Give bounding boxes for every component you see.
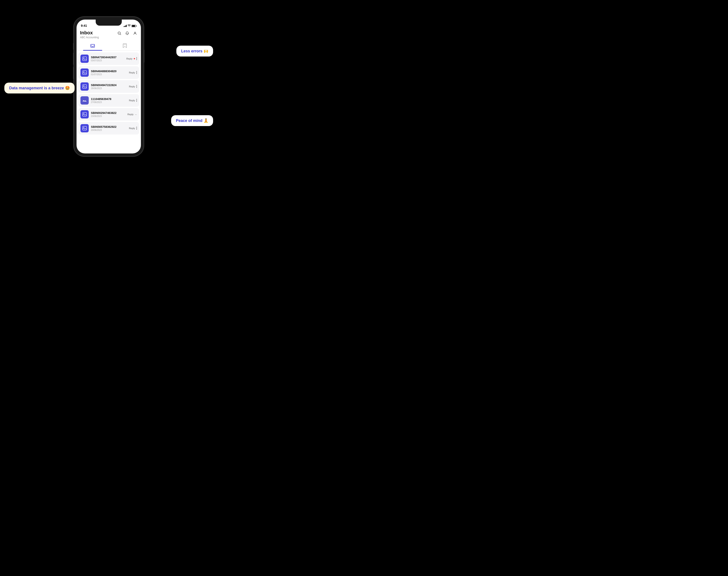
scene: 9:41 [0,0,218,173]
bookmarks-tab-icon [123,43,127,49]
image-icon [82,57,87,61]
phone-screen: 9:41 [77,20,141,153]
svg-rect-7 [83,70,87,75]
image-icon [82,126,87,131]
wifi-icon [128,25,131,27]
svg-point-12 [84,113,84,114]
notch [96,20,122,26]
reply-button[interactable]: Reply [126,57,133,60]
less-errors-text: Less errors 🙌 [181,49,208,53]
item-info: SBIN473934442937 03/07/2023 [91,56,124,62]
item-actions: Reply [129,99,137,102]
item-date: 23/06/2023 [91,115,125,117]
item-actions: Reply [129,127,137,129]
page-title: Inbox [80,30,99,36]
power-button [143,50,144,63]
svg-point-10 [84,85,84,86]
reply-button[interactable]: Reply [128,113,134,116]
profile-button[interactable] [133,31,137,36]
dash-indicator: – [135,113,137,116]
unread-indicator [134,58,135,59]
item-actions: Reply [129,71,137,74]
item-date: 27/06/2023 [91,101,127,104]
reply-button[interactable]: Reply [129,99,135,102]
item-avatar [80,55,89,63]
item-info: SBIN484888304820 01/07/2023 [91,69,127,76]
tab-bar [77,41,141,51]
status-icons [123,25,137,27]
item-date: 28/06/2023 [91,87,127,90]
reply-button[interactable]: Reply [129,71,135,74]
volume-up-button [73,53,74,65]
svg-rect-13 [83,126,87,130]
item-info: SBIN004947222824 28/06/2023 [91,83,127,90]
volume-down-button [73,67,74,79]
item-id: SBIN484888304820 [91,69,127,73]
svg-rect-5 [83,57,87,61]
search-button[interactable] [117,31,122,36]
header-icons [117,31,137,36]
item-info: SBIN565758362922 20/06/2023 [91,125,127,131]
battery-icon [132,25,137,27]
item-avatar [80,96,89,105]
item-date: 03/07/2023 [91,59,124,62]
svg-line-1 [120,34,121,35]
svg-rect-9 [83,85,87,88]
list-item[interactable]: 1110485639478 27/06/2023 Reply [78,94,139,107]
item-id: SBIN002947463822 [91,111,125,115]
item-actions: Reply [129,85,137,88]
item-info: SBIN002947463822 23/06/2023 [91,111,125,117]
list-item[interactable]: SBIN484888304820 01/07/2023 Reply [78,66,139,79]
peace-bubble: Peace of mind 🧘 [171,115,213,126]
more-options-button[interactable] [136,85,137,88]
notifications-button[interactable] [125,31,130,36]
item-id: SBIN565758362922 [91,125,127,128]
item-id: 1110485639478 [91,97,127,100]
more-options-button[interactable] [136,71,137,74]
image-icon [82,112,87,116]
item-info: 1110485639478 27/06/2023 [91,97,127,104]
status-time: 9:41 [81,24,87,27]
item-avatar [80,110,89,118]
peace-text: Peace of mind 🧘 [176,118,208,123]
mute-button [73,43,74,50]
item-actions: Reply [126,57,137,60]
item-avatar [80,124,89,133]
svg-point-6 [84,57,84,58]
more-options-button[interactable] [136,99,137,102]
svg-point-2 [134,32,136,33]
account-name: ABC Accounting [80,36,99,39]
list-item[interactable]: SBIN004947222824 28/06/2023 Reply [78,80,139,93]
svg-point-14 [84,127,84,128]
tab-bookmarks[interactable] [109,41,141,51]
more-options-button[interactable] [136,127,137,129]
image-icon [82,70,87,75]
header-title-group: Inbox ABC Accounting [80,30,99,39]
item-date: 01/07/2023 [91,73,127,76]
item-avatar [80,82,89,91]
data-mgmt-bubble: Data management is a breeze 🤩 [4,83,75,93]
phone-frame: 9:41 [74,17,143,156]
item-actions: Reply – [128,113,137,116]
item-avatar [80,68,89,77]
list-item[interactable]: SBIN473934442937 03/07/2023 Reply [78,52,139,65]
tab-inbox[interactable] [77,41,109,51]
svg-point-8 [84,71,84,72]
reply-button[interactable]: Reply [129,127,135,129]
item-id: SBIN473934442937 [91,56,124,59]
inbox-list: SBIN473934442937 03/07/2023 Reply [77,51,141,136]
image-icon [82,84,87,89]
image-icon [82,98,87,103]
list-item[interactable]: SBIN002947463822 23/06/2023 Reply – [78,108,139,121]
item-date: 20/06/2023 [91,129,127,131]
svg-rect-11 [83,112,87,116]
list-item[interactable]: SBIN565758362922 20/06/2023 Reply [78,122,139,135]
inbox-tab-icon [90,43,95,49]
less-errors-bubble: Less errors 🙌 [176,46,213,57]
item-id: SBIN004947222824 [91,83,127,87]
app-header: Inbox ABC Accounting [77,28,141,39]
data-mgmt-text: Data management is a breeze 🤩 [9,86,70,90]
signal-icon [123,25,127,27]
more-options-button[interactable] [136,57,137,60]
reply-button[interactable]: Reply [129,85,135,88]
